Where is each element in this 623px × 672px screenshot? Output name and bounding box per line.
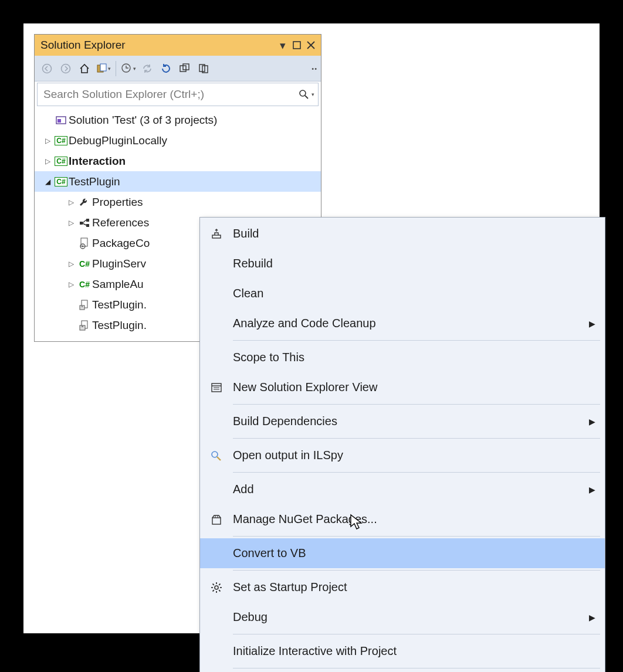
- menu-rebuild[interactable]: Rebuild: [200, 249, 605, 279]
- svg-point-40: [215, 586, 218, 589]
- search-icon[interactable]: [299, 89, 309, 100]
- project-node[interactable]: ▷ C# DebugPluginLocally: [35, 130, 321, 151]
- switch-views-button[interactable]: [94, 60, 112, 77]
- menu-build[interactable]: Build: [200, 219, 605, 249]
- close-icon[interactable]: [304, 39, 317, 52]
- expand-icon[interactable]: ▷: [65, 280, 77, 289]
- project-node-testplugin[interactable]: ◢ C# TestPlugin: [35, 171, 321, 192]
- csharp-file-icon: C#: [77, 259, 92, 269]
- new-view-icon: [200, 382, 233, 393]
- menu-clean[interactable]: Clean: [200, 279, 605, 308]
- menu-separator: [233, 472, 600, 473]
- svg-point-3: [43, 64, 52, 73]
- project-context-menu: Build Rebuild Clean Analyze and Code Cle…: [199, 217, 605, 672]
- csharp-project-icon: C#: [53, 177, 69, 186]
- sync-button[interactable]: [138, 60, 156, 77]
- menu-label: Analyze and Code Cleanup: [233, 317, 589, 330]
- menu-debug[interactable]: Debug ▶: [200, 602, 605, 632]
- svg-line-48: [219, 583, 220, 585]
- csharp-project-icon: C#: [53, 157, 69, 166]
- item-label: Properties: [92, 196, 143, 209]
- item-label: TestPlugin.: [92, 319, 147, 332]
- menu-label: New Solution Explorer View: [233, 381, 595, 394]
- svg-rect-6: [100, 64, 106, 71]
- submenu-arrow-icon: ▶: [589, 613, 595, 622]
- home-button[interactable]: [76, 60, 93, 77]
- menu-label: Open output in ILSpy: [233, 449, 595, 462]
- expand-icon[interactable]: ▷: [42, 157, 53, 165]
- solution-icon: [53, 114, 69, 126]
- svg-rect-26: [82, 306, 83, 307]
- menu-new-view[interactable]: New Solution Explorer View: [200, 372, 605, 402]
- menu-separator: [233, 634, 600, 634]
- wrench-icon: [77, 196, 92, 208]
- menu-ilspy[interactable]: Open output in ILSpy: [200, 440, 605, 470]
- menu-label: Manage NuGet Packages...: [233, 513, 595, 526]
- search-input[interactable]: Search Solution Explorer (Ctrl+;) ▾: [37, 83, 319, 106]
- svg-line-46: [219, 590, 220, 591]
- menu-nuget[interactable]: Manage NuGet Packages...: [200, 504, 605, 534]
- nuget-icon: [200, 514, 233, 525]
- panel-toolbar: ••: [35, 56, 321, 82]
- menu-label: Build: [233, 227, 595, 240]
- svg-rect-16: [80, 222, 83, 225]
- project-label: DebugPluginLocally: [69, 134, 167, 147]
- item-label: PluginServ: [92, 257, 146, 270]
- search-placeholder: Search Solution Explorer (Ctrl+;): [43, 88, 299, 101]
- solution-node[interactable]: Solution 'Test' (3 of 3 projects): [35, 110, 321, 130]
- collapse-icon[interactable]: ◢: [42, 178, 53, 186]
- show-all-files-button[interactable]: [195, 60, 212, 77]
- collapse-all-button[interactable]: [176, 60, 194, 77]
- svg-line-20: [83, 223, 86, 225]
- project-label: TestPlugin: [69, 175, 120, 188]
- menu-separator: [233, 404, 600, 405]
- pending-changes-button[interactable]: [120, 60, 137, 77]
- gear-icon: [200, 582, 233, 593]
- back-button[interactable]: [38, 60, 56, 77]
- toolbar-overflow[interactable]: ••: [312, 65, 317, 72]
- references-icon: [77, 218, 92, 228]
- expand-icon[interactable]: ▷: [65, 198, 77, 206]
- svg-point-23: [82, 245, 84, 247]
- menu-label: Scope to This: [233, 351, 595, 364]
- menu-label: Build Dependencies: [233, 415, 589, 428]
- package-file-icon: [77, 299, 92, 311]
- menu-build-deps[interactable]: Build Dependencies ▶: [200, 406, 605, 436]
- menu-label: Debug: [233, 610, 589, 624]
- expand-icon[interactable]: ▷: [65, 260, 77, 268]
- menu-label: Set as Startup Project: [233, 581, 595, 594]
- svg-point-35: [212, 452, 218, 457]
- menu-scope[interactable]: Scope to This: [200, 342, 605, 372]
- svg-rect-0: [293, 42, 300, 49]
- svg-rect-15: [57, 119, 61, 123]
- svg-line-19: [83, 220, 86, 223]
- menu-convert-vb[interactable]: Convert to VB: [200, 538, 605, 568]
- search-dropdown-icon[interactable]: ▾: [312, 91, 314, 97]
- menu-label: Add: [233, 483, 589, 496]
- menu-init-interactive[interactable]: Initialize Interactive with Project: [200, 636, 605, 666]
- menu-startup[interactable]: Set as Startup Project: [200, 572, 605, 602]
- window-position-icon[interactable]: ▾: [276, 39, 289, 52]
- menu-add[interactable]: Add ▶: [200, 474, 605, 504]
- maximize-icon[interactable]: [290, 39, 303, 52]
- project-node[interactable]: ▷ C# Interaction: [35, 151, 321, 171]
- menu-separator: [233, 668, 600, 668]
- menu-separator: [233, 570, 600, 571]
- svg-line-13: [305, 96, 308, 99]
- svg-line-47: [213, 590, 214, 591]
- refresh-button[interactable]: [157, 60, 175, 77]
- project-label: Interaction: [69, 155, 126, 168]
- item-label: TestPlugin.: [92, 298, 147, 311]
- config-file-icon: [77, 237, 92, 249]
- forward-button[interactable]: [57, 60, 75, 77]
- expand-icon[interactable]: ▷: [42, 137, 53, 145]
- solution-label: Solution 'Test' (3 of 3 projects): [69, 114, 217, 127]
- menu-analyze[interactable]: Analyze and Code Cleanup ▶: [200, 308, 605, 338]
- item-label: PackageCo: [92, 237, 150, 250]
- tree-item-properties[interactable]: ▷ Properties: [35, 192, 321, 212]
- expand-icon[interactable]: ▷: [65, 219, 77, 227]
- svg-rect-21: [81, 238, 87, 246]
- svg-point-4: [62, 64, 70, 73]
- submenu-arrow-icon: ▶: [589, 319, 595, 328]
- build-icon: [200, 228, 233, 240]
